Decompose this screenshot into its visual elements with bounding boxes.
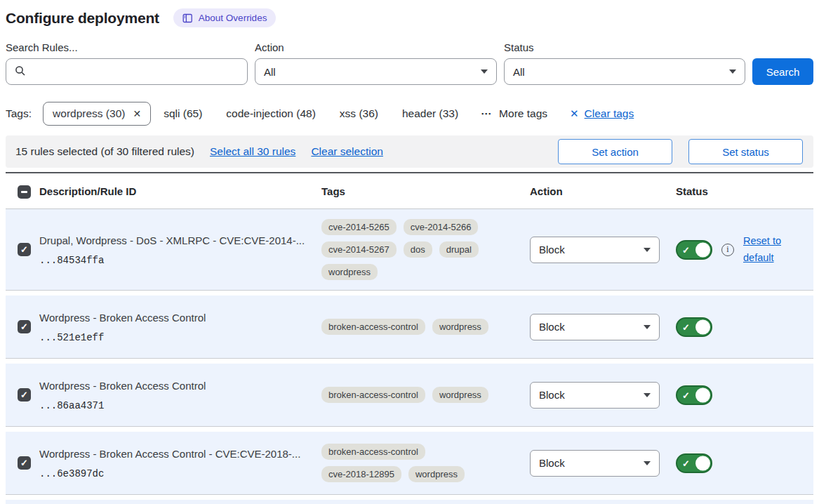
- rule-tags: cve-2014-5265cve-2014-5266cve-2014-5267d…: [321, 219, 507, 280]
- rule-description-cell: Drupal, Wordpress - DoS - XMLRPC - CVE:C…: [39, 233, 321, 266]
- more-tags-label: More tags: [499, 107, 547, 120]
- select-all-link[interactable]: Select all 30 rules: [210, 145, 295, 158]
- rule-tags: broken-access-controlwordpress: [321, 319, 507, 335]
- tags-label: Tags:: [6, 107, 32, 120]
- action-filter-label: Action: [255, 41, 497, 53]
- search-button[interactable]: Search: [752, 58, 813, 85]
- chevron-down-icon: [644, 461, 651, 465]
- configure-deployment-page: Configure deployment About Overrides Sea…: [0, 0, 819, 504]
- table-row-partial: [6, 500, 813, 504]
- check-icon: ✓: [682, 390, 690, 400]
- status-filter-field: Status All: [504, 41, 745, 85]
- rule-tags-cell: cve-2014-5265cve-2014-5266cve-2014-5267d…: [321, 219, 530, 280]
- search-rules-label: Search Rules...: [6, 41, 248, 53]
- toggle-knob: [695, 319, 710, 334]
- reset-to-default-link[interactable]: Reset to default: [743, 233, 788, 267]
- rule-id: ...6e3897dc: [39, 468, 321, 479]
- rule-action-value: Block: [539, 321, 565, 333]
- action-filter-select[interactable]: All: [255, 58, 497, 85]
- chevron-down-icon: [644, 248, 651, 252]
- selection-bar: 15 rules selected (of 30 filtered rules)…: [6, 135, 813, 168]
- row-checkbox[interactable]: ✓: [18, 320, 31, 333]
- about-overrides-label: About Overrides: [199, 13, 267, 23]
- chevron-down-icon: [481, 69, 488, 74]
- tag-pill: broken-access-control: [321, 319, 425, 335]
- tag-filter[interactable]: xss (36): [340, 107, 378, 120]
- row-checkbox[interactable]: ✓: [18, 456, 31, 470]
- search-input-box[interactable]: [6, 58, 248, 85]
- rule-status-cell: ✓: [676, 385, 813, 405]
- tag-pill: wordpress: [321, 264, 378, 280]
- x-icon: ✕: [570, 107, 579, 120]
- clear-tags-link[interactable]: ✕ Clear tags: [570, 107, 634, 120]
- table-row: ✓ Wordpress - Broken Access Control ...5…: [6, 296, 813, 359]
- select-all-checkbox[interactable]: [18, 185, 31, 199]
- tag-pill: cve-2014-5267: [321, 241, 397, 258]
- search-input[interactable]: [32, 66, 239, 78]
- row-checkbox[interactable]: ✓: [18, 243, 31, 256]
- column-header-description: Description/Rule ID: [39, 185, 321, 197]
- tag-pill: cve-2014-5265: [321, 219, 397, 235]
- set-action-button[interactable]: Set action: [558, 139, 672, 164]
- status-toggle[interactable]: ✓: [676, 385, 712, 405]
- tag-filter[interactable]: header (33): [402, 107, 458, 120]
- rule-description: Wordpress - Broken Access Control: [39, 378, 321, 394]
- rule-action-cell: Block: [530, 237, 676, 263]
- rule-action-cell: Block: [530, 450, 676, 477]
- remove-tag-icon[interactable]: ✕: [133, 108, 141, 119]
- rule-description: Wordpress - Broken Access Control: [39, 310, 321, 326]
- status-toggle[interactable]: ✓: [676, 453, 712, 473]
- table-row: ✓ Drupal, Wordpress - DoS - XMLRPC - CVE…: [6, 209, 813, 291]
- check-icon: ✓: [682, 321, 690, 332]
- status-toggle[interactable]: ✓: [676, 317, 712, 337]
- rule-action-value: Block: [539, 457, 565, 469]
- tag-pill: wordpress: [432, 319, 488, 335]
- clear-tags-label: Clear tags: [585, 107, 634, 120]
- clear-selection-link[interactable]: Clear selection: [311, 145, 383, 158]
- check-icon: ✓: [20, 321, 28, 332]
- rule-action-select[interactable]: Block: [530, 382, 660, 409]
- column-header-status: Status: [676, 185, 813, 197]
- tag-pill: cve-2014-5266: [404, 219, 479, 235]
- status-toggle[interactable]: ✓: [676, 240, 712, 260]
- selection-summary: 15 rules selected (of 30 filtered rules): [15, 145, 194, 158]
- check-icon: ✓: [682, 458, 690, 468]
- row-checkbox[interactable]: ✓: [18, 388, 31, 402]
- about-overrides-badge[interactable]: About Overrides: [173, 8, 277, 27]
- rule-action-select[interactable]: Block: [530, 450, 660, 477]
- more-tags-button[interactable]: ⋯ More tags: [481, 107, 547, 120]
- page-title: Configure deployment: [6, 10, 159, 27]
- check-icon: ✓: [20, 244, 28, 255]
- check-icon: ✓: [682, 244, 690, 255]
- toggle-knob: [695, 387, 710, 402]
- indeterminate-icon: [21, 191, 27, 193]
- rule-id: ...84534ffa: [39, 255, 321, 266]
- action-filter-value: All: [264, 66, 276, 78]
- check-icon: ✓: [20, 458, 28, 468]
- status-filter-label: Status: [504, 41, 745, 53]
- rule-status-cell: ✓ i Reset to default: [676, 233, 813, 267]
- rule-description-cell: Wordpress - Broken Access Control ...521…: [39, 310, 321, 343]
- tag-filter[interactable]: code-injection (48): [226, 107, 316, 120]
- tag-filter-list: sqli (65)code-injection (48)xss (36)head…: [164, 107, 458, 120]
- rule-description-cell: Wordpress - Broken Access Control - CVE:…: [39, 446, 321, 479]
- status-filter-select[interactable]: All: [504, 58, 745, 85]
- rule-description: Wordpress - Broken Access Control - CVE:…: [39, 446, 321, 463]
- chevron-down-icon: [729, 69, 736, 74]
- tag-filter[interactable]: sqli (65): [164, 107, 202, 120]
- tag-pill: dos: [404, 241, 432, 258]
- rule-action-value: Block: [539, 389, 565, 401]
- rule-action-cell: Block: [530, 314, 676, 340]
- rule-tags: broken-access-controlcve-2018-12895wordp…: [321, 444, 507, 482]
- set-status-button[interactable]: Set status: [688, 139, 803, 164]
- rules-table: Description/Rule ID Tags Action Status ✓…: [6, 172, 813, 504]
- search-rules-field: Search Rules...: [6, 41, 248, 85]
- rule-tags: broken-access-controlwordpress: [321, 387, 507, 403]
- rule-id: ...521e1eff: [39, 332, 321, 343]
- rule-action-select[interactable]: Block: [530, 237, 660, 263]
- tag-pill: broken-access-control: [321, 444, 425, 460]
- table-header-row: Description/Rule ID Tags Action Status: [6, 173, 813, 209]
- selected-tag-wordpress[interactable]: wordpress (30) ✕: [43, 102, 151, 126]
- book-icon: [182, 13, 193, 23]
- rule-action-select[interactable]: Block: [530, 314, 660, 340]
